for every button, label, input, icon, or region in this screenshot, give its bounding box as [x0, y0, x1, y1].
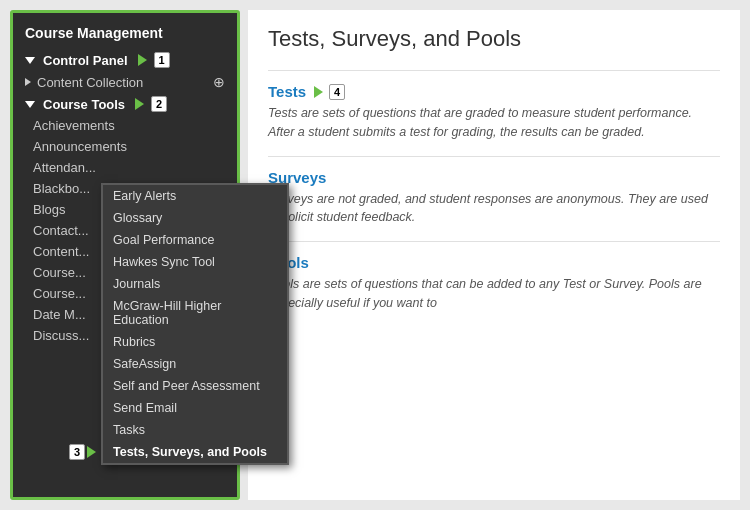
- course-tools-badge: 2: [151, 96, 167, 112]
- sidebar-item-announcements[interactable]: Announcements: [13, 136, 237, 157]
- dropdown-menu: Early Alerts Glossary Goal Performance H…: [101, 183, 289, 465]
- content-collection-label: Content Collection: [37, 75, 143, 90]
- surveys-text: Surveys are not graded, and student resp…: [268, 190, 720, 228]
- tests-text: Tests are sets of questions that are gra…: [268, 104, 720, 142]
- tests-green-arrow: [314, 86, 323, 98]
- dropdown-item-journals[interactable]: Journals: [103, 273, 287, 295]
- tests-title: Tests 4: [268, 83, 720, 100]
- course-tools-green-arrow: [135, 98, 144, 110]
- content-collection-arrow: [25, 78, 31, 86]
- tests-label[interactable]: Tests: [268, 83, 306, 100]
- surveys-section: Surveys Surveys are not graded, and stud…: [268, 169, 720, 228]
- dropdown-item-tasks[interactable]: Tasks: [103, 419, 287, 441]
- dropdown-item-mcgraw[interactable]: McGraw-Hill Higher Education: [103, 295, 287, 331]
- course-tools-label: Course Tools: [43, 97, 125, 112]
- dropdown-item-goal-performance[interactable]: Goal Performance: [103, 229, 287, 251]
- sidebar-item-attendance[interactable]: Attendan...: [13, 157, 237, 178]
- dropdown-item-safeassign[interactable]: SafeAssign: [103, 353, 287, 375]
- divider-1: [268, 70, 720, 71]
- dropdown-item-hawkes[interactable]: Hawkes Sync Tool: [103, 251, 287, 273]
- control-panel-section[interactable]: Control Panel 1: [13, 49, 237, 71]
- control-panel-green-arrow: [138, 54, 147, 66]
- divider-2: [268, 156, 720, 157]
- course-tools-arrow: [25, 101, 35, 108]
- dropdown-item-send-email[interactable]: Send Email: [103, 397, 287, 419]
- divider-3: [268, 241, 720, 242]
- surveys-title: Surveys: [268, 169, 720, 186]
- content-collection-row[interactable]: Content Collection ⊕: [13, 71, 237, 93]
- main-title: Tests, Surveys, and Pools: [268, 26, 720, 52]
- control-panel-label: Control Panel: [43, 53, 128, 68]
- dropdown-item-tests[interactable]: Tests, Surveys, and Pools 3: [103, 441, 287, 463]
- dropdown-item-self-peer[interactable]: Self and Peer Assessment: [103, 375, 287, 397]
- dropdown-item-rubrics[interactable]: Rubrics: [103, 331, 287, 353]
- sidebar: Course Management Control Panel 1 Conten…: [10, 10, 240, 500]
- sidebar-item-achievements[interactable]: Achievements: [13, 115, 237, 136]
- control-panel-arrow: [25, 57, 35, 64]
- main-content: Tests, Surveys, and Pools Tests 4 Tests …: [248, 10, 740, 500]
- pools-section: Pools Pools are sets of questions that c…: [268, 254, 720, 313]
- dropdown-item-glossary[interactable]: Glossary: [103, 207, 287, 229]
- badge-3: 3: [69, 444, 85, 460]
- control-panel-badge: 1: [154, 52, 170, 68]
- course-tools-section[interactable]: Course Tools 2: [13, 93, 237, 115]
- tests-section: Tests 4 Tests are sets of questions that…: [268, 83, 720, 142]
- sidebar-title: Course Management: [13, 21, 237, 49]
- badge-3-arrow: [87, 446, 96, 458]
- pools-text: Pools are sets of questions that can be …: [268, 275, 720, 313]
- content-collection-plus[interactable]: ⊕: [213, 74, 225, 90]
- tests-badge: 4: [329, 84, 345, 100]
- pools-title: Pools: [268, 254, 720, 271]
- dropdown-item-early-alerts[interactable]: Early Alerts: [103, 185, 287, 207]
